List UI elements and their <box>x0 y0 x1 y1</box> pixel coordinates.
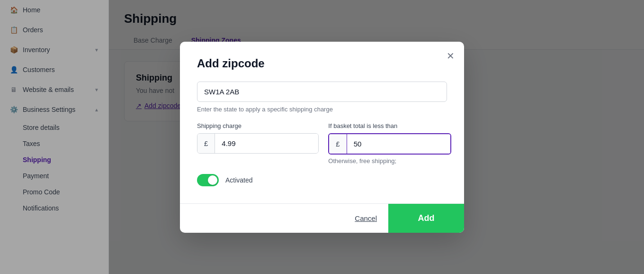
shipping-currency-symbol: £ <box>197 134 215 153</box>
basket-total-label: If basket total is less than <box>328 122 451 129</box>
modal-title: Add zipcode <box>197 57 447 70</box>
add-button[interactable]: Add <box>388 204 464 233</box>
basket-total-field[interactable] <box>347 134 450 154</box>
modal-body: Add zipcode ✕ Enter the state to apply a… <box>180 42 464 203</box>
helper-text: Enter the state to apply a specific ship… <box>197 106 447 113</box>
toggle-label: Activated <box>225 176 253 184</box>
cancel-button[interactable]: Cancel <box>343 205 388 232</box>
shipping-charge-field[interactable] <box>215 134 318 153</box>
form-row: Shipping charge £ If basket total is les… <box>197 122 447 164</box>
otherwise-text: Otherwise, free shipping; <box>328 157 451 164</box>
basket-currency-symbol: £ <box>329 134 347 154</box>
modal-overlay: Add zipcode ✕ Enter the state to apply a… <box>0 0 644 274</box>
zipcode-input[interactable] <box>197 82 447 102</box>
add-zipcode-modal: Add zipcode ✕ Enter the state to apply a… <box>180 42 464 233</box>
shipping-charge-label: Shipping charge <box>197 122 319 129</box>
shipping-charge-input-wrap: £ <box>197 133 319 154</box>
toggle-knob <box>208 175 217 185</box>
activated-toggle[interactable] <box>197 174 219 186</box>
shipping-charge-group: Shipping charge £ <box>197 122 319 164</box>
basket-total-group: If basket total is less than £ Otherwise… <box>328 122 451 164</box>
toggle-row: Activated <box>197 174 447 186</box>
close-button[interactable]: ✕ <box>447 51 455 61</box>
modal-footer: Cancel Add <box>180 203 464 233</box>
basket-total-input-wrap: £ <box>328 133 451 155</box>
